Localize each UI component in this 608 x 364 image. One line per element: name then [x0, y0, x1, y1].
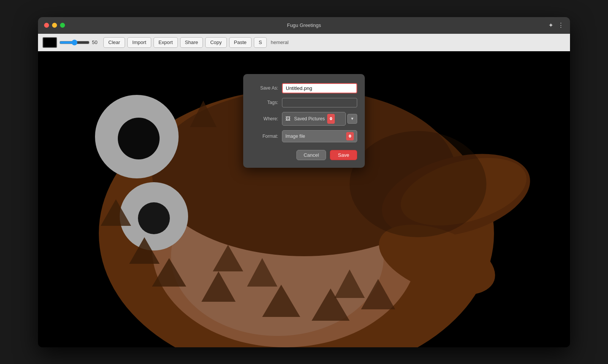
format-arrow-down: [348, 136, 352, 138]
maximize-button[interactable]: [60, 23, 65, 28]
where-label: Where:: [251, 116, 278, 121]
modal-overlay: Save As: Tags: Where: 🖼 Saved Pictures: [38, 51, 570, 347]
format-row: Format: Image file: [251, 130, 357, 142]
export-button[interactable]: Export: [154, 37, 178, 48]
copy-button[interactable]: Copy: [205, 37, 226, 48]
format-arrow-up: [348, 134, 352, 136]
extensions-icon[interactable]: ✦: [548, 22, 553, 29]
window-title: Fugu Greetings: [287, 22, 321, 28]
tags-input[interactable]: [282, 98, 357, 107]
save-as-input[interactable]: [282, 83, 357, 93]
folder-icon: 🖼: [285, 116, 290, 121]
titlebar-actions: ✦ ⋮: [548, 22, 564, 29]
format-label: Format:: [251, 134, 278, 139]
where-value: Saved Pictures: [294, 116, 325, 121]
save-dialog: Save As: Tags: Where: 🖼 Saved Pictures: [243, 74, 365, 168]
ephemeral-label: hemeral: [271, 39, 288, 45]
format-value: Image file: [285, 134, 305, 139]
brush-size-value: 50: [92, 39, 101, 45]
titlebar: Fugu Greetings ✦ ⋮: [38, 17, 570, 34]
format-arrows[interactable]: [346, 132, 354, 140]
where-expand-button[interactable]: ▼: [347, 114, 357, 124]
more-button[interactable]: S: [254, 37, 267, 48]
more-options-icon[interactable]: ⋮: [558, 22, 564, 29]
color-swatch[interactable]: [43, 37, 57, 48]
arrow-up-icon: [329, 117, 332, 118]
close-button[interactable]: [44, 23, 49, 28]
traffic-lights: [44, 23, 65, 28]
tags-label: Tags:: [251, 100, 278, 105]
import-button[interactable]: Import: [127, 37, 151, 48]
save-as-row: Save As:: [251, 83, 357, 93]
chevron-down-icon: ▼: [350, 117, 354, 121]
app-window: Fugu Greetings ✦ ⋮ 50 Clear Import Expor…: [38, 17, 570, 347]
save-button[interactable]: Save: [330, 150, 357, 160]
slider-container: 50: [59, 39, 101, 46]
where-row: Where: 🖼 Saved Pictures ▼: [251, 112, 357, 126]
where-select[interactable]: 🖼 Saved Pictures: [282, 112, 346, 126]
save-as-label: Save As:: [251, 85, 278, 91]
where-arrows[interactable]: [327, 114, 335, 124]
canvas-area[interactable]: Save As: Tags: Where: 🖼 Saved Pictures: [38, 51, 570, 347]
share-button[interactable]: Share: [180, 37, 203, 48]
minimize-button[interactable]: [52, 23, 57, 28]
clear-button[interactable]: Clear: [103, 37, 125, 48]
where-select-wrapper: 🖼 Saved Pictures ▼: [282, 112, 357, 126]
tags-row: Tags:: [251, 98, 357, 107]
arrow-down-icon: [329, 119, 332, 120]
paste-button[interactable]: Paste: [229, 37, 252, 48]
dialog-buttons: Cancel Save: [251, 150, 357, 160]
brush-size-slider[interactable]: [59, 39, 90, 46]
format-select[interactable]: Image file: [282, 130, 357, 142]
cancel-button[interactable]: Cancel: [296, 150, 326, 160]
toolbar: 50 Clear Import Export Share Copy Paste …: [38, 34, 570, 51]
